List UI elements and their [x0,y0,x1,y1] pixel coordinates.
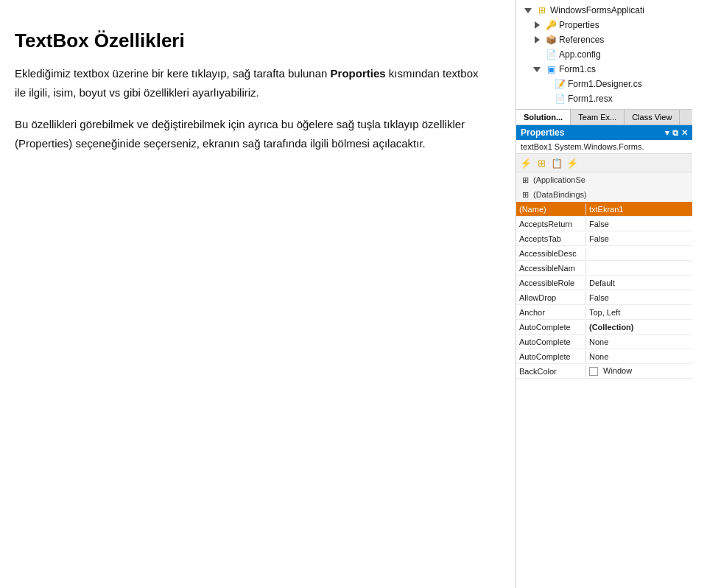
references-icon: 📦 [545,34,557,46]
props-section-databindings[interactable]: ⊞ (DataBindings) [516,187,692,202]
tree-label: Form1.Designer.cs [568,79,642,89]
config-file-icon: 📄 [545,49,557,60]
arrow-down-icon [531,63,543,75]
tree-label: Form1.cs [559,64,596,74]
properties-title: Properties [521,127,564,138]
prop-value [586,252,692,255]
arrow-right-icon [531,19,543,31]
props-object-label: textBox1 System.Windows.Forms. [516,140,692,154]
prop-value: False [586,292,692,304]
prop-value: None [586,336,692,348]
prop-value [586,267,692,270]
solution-icon: ⊞ [536,4,548,16]
props-table: ⊞ (ApplicationSe ⊞ (DataBindings) (Name)… [516,172,692,588]
prop-name-label: AutoComplete [516,336,586,348]
props-row-allowdrop[interactable]: AllowDrop False [516,290,692,305]
props-row-anchor[interactable]: Anchor Top, Left [516,305,692,320]
section-label: (ApplicationSe [533,175,585,184]
tree-item-properties[interactable]: 🔑 Properties [516,18,692,32]
prop-value: (Collection) [586,321,692,333]
prop-value: Default [586,277,692,289]
prop-value: None [586,351,692,363]
properties-folder-icon: 🔑 [545,19,557,31]
close-icon[interactable]: ✕ [681,128,688,138]
tree-label: App.config [559,49,601,60]
prop-name-value: txtEkran1 [586,203,692,215]
tree-label: WindowsFormsApplicati [550,5,644,15]
prop-name-label: AccessibleRole [516,277,586,289]
designer-file-icon: 📝 [554,78,566,90]
prop-name-label: AcceptsTab [516,233,586,245]
prop-name-label: AcceptsReturn [516,218,586,230]
dock-icon[interactable]: ⧉ [672,128,678,138]
prop-name-label: AccessibleDesc [516,248,586,259]
tab-classview[interactable]: Class View [625,110,680,125]
tree-item-form1cs[interactable]: ▣ Form1.cs [516,62,692,77]
tree-item-references[interactable]: 📦 References [516,32,692,47]
resx-file-icon: 📄 [554,93,566,105]
sort-alpha-icon[interactable]: ⚡ [519,156,532,169]
prop-name-label: AutoComplete [516,351,586,363]
props-row-accessiblenam[interactable]: AccessibleNam [516,261,692,276]
prop-name-label: AccessibleNam [516,262,586,274]
spacer-icon [540,93,552,105]
pin-icon[interactable]: ▾ [665,128,669,138]
section-label: (DataBindings) [533,190,587,199]
color-swatch [589,367,598,376]
tree-item-form1resx[interactable]: 📄 Form1.resx [516,91,692,106]
prop-value: False [586,218,692,230]
props-row-acceptstab[interactable]: AcceptsTab False [516,231,692,246]
props-section-appset[interactable]: ⊞ (ApplicationSe [516,172,692,187]
tree-label: Properties [559,20,599,30]
spacer-icon [531,49,543,60]
events-icon[interactable]: ⚡ [566,156,579,169]
prop-value: False [586,233,692,245]
prop-name-label: BackColor [516,365,586,377]
page-title: TextBox Özellikleri [15,29,486,52]
props-row-accessiblerole[interactable]: AccessibleRole Default [516,276,692,290]
props-row-backcolor[interactable]: BackColor Window [516,364,692,379]
tree-label: Form1.resx [568,94,613,104]
props-row-autocomplete3[interactable]: AutoComplete None [516,349,692,364]
expand-icon: ⊞ [519,189,531,200]
props-row-accessibledesc[interactable]: AccessibleDesc [516,246,692,261]
props-row-name[interactable]: (Name) txtEkran1 [516,202,692,217]
prop-value: Top, Left [586,307,692,318]
prop-name-label: Anchor [516,307,586,318]
content-area: TextBox Özellikleri Eklediğimiz textbox … [0,0,516,588]
prop-value: Window [586,365,692,377]
tab-team[interactable]: Team Ex... [571,110,625,125]
solution-tree: ⊞ WindowsFormsApplicati 🔑 Properties 📦 R… [516,0,692,110]
tree-item-form1designer[interactable]: 📝 Form1.Designer.cs [516,77,692,91]
paragraph-2: Bu özellikleri görebilmek ve değiştirebi… [15,115,486,153]
props-row-autocomplete2[interactable]: AutoComplete None [516,335,692,349]
prop-name-label: AllowDrop [516,292,586,304]
props-row-autocomplete1[interactable]: AutoComplete (Collection) [516,320,692,335]
props-toolbar: ⚡ ⊞ 📋 ⚡ [516,154,692,172]
props-row-acceptsreturn[interactable]: AcceptsReturn False [516,217,692,231]
right-panel: ⊞ WindowsFormsApplicati 🔑 Properties 📦 R… [516,0,692,588]
sort-category-icon[interactable]: ⊞ [535,156,548,169]
spacer-icon [540,78,552,90]
properties-header-icons: ▾ ⧉ ✕ [665,128,688,138]
paragraph-1: Eklediğimiz textbox üzerine bir kere tık… [15,64,486,102]
property-pages-icon[interactable]: 📋 [550,156,563,169]
form-icon: ▣ [545,63,557,75]
tab-bar: Solution... Team Ex... Class View [516,110,692,125]
arrow-down-icon [522,4,534,16]
expand-icon: ⊞ [519,174,531,186]
tree-item-solution[interactable]: ⊞ WindowsFormsApplicati [516,3,692,18]
properties-header: Properties ▾ ⧉ ✕ [516,125,692,140]
prop-name-label: (Name) [516,203,586,215]
tree-label: References [559,35,604,45]
prop-name-label: AutoComplete [516,321,586,333]
tab-solution[interactable]: Solution... [516,110,571,125]
tree-item-appconfig[interactable]: 📄 App.config [516,47,692,62]
arrow-right-icon [531,34,543,46]
